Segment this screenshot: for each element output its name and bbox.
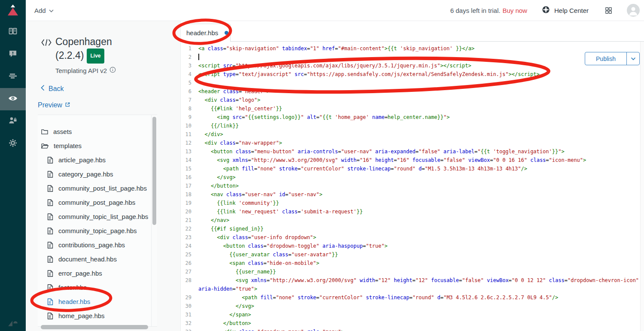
code-line[interactable]: 3<script src="https://ajax.googleapis.co… (181, 61, 640, 70)
tree-file-community_post_list_page-hbs[interactable]: community_post_list_page.hbs (38, 181, 157, 195)
code-line[interactable]: 1<a class="skip-navigation" tabindex="1"… (181, 44, 640, 53)
code-line[interactable]: 18 <nav class="user-nav" id="user-nav"> (181, 190, 640, 199)
code-line[interactable]: 23 <div class="user-info dropdown"> (181, 233, 640, 242)
line-number: 25 (181, 250, 191, 259)
line-content: {{link 'new_request' class='submit-a-req… (191, 207, 363, 216)
tree-folder-templates[interactable]: templates (38, 139, 157, 153)
code-line[interactable]: 29 <path fill="none" stroke="currentColo… (181, 293, 640, 302)
line-number: 2 (181, 53, 191, 61)
file-label: footer.hbs (58, 284, 87, 291)
feedback-bubble-icon (8, 49, 18, 61)
unsaved-changes-dot (225, 31, 228, 35)
chevron-left-icon (41, 85, 45, 93)
add-menu-label: Add (34, 7, 46, 14)
file-label: category_page.hbs (58, 170, 113, 178)
line-content: <nav class="user-nav" id="user-nav"> (191, 190, 322, 199)
code-line[interactable]: 8 {{#link 'help_center'}} (181, 104, 640, 113)
app-grid-icon[interactable] (605, 6, 613, 15)
code-line[interactable]: 32 </button> (181, 319, 640, 328)
tree-file-community_topic_list_page-hbs[interactable]: community_topic_list_page.hbs (38, 210, 157, 224)
publish-button[interactable]: Publish (585, 52, 627, 65)
tab-header-hbs[interactable]: header.hbs (181, 24, 231, 42)
code-line[interactable]: 7 <div class="logo"> (181, 96, 640, 104)
line-number: 3 (181, 61, 191, 70)
preview-link[interactable]: Preview (38, 101, 70, 109)
code-line[interactable]: 20 {{link 'new_request' class='submit-a-… (181, 207, 640, 216)
code-line[interactable]: 6<header class="header"> (181, 87, 640, 96)
code-line[interactable]: 27 {{user_name}} (181, 267, 640, 276)
code-line[interactable]: 21 </nav> (181, 216, 640, 225)
file-label: contributions_page.hbs (58, 241, 125, 249)
code-line[interactable]: 11 </div> (181, 130, 640, 139)
zendesk-theme-editor: Add 6 days left in trial. Buy now Help C… (0, 0, 644, 331)
line-number: 14 (181, 156, 191, 164)
tree-file-community_topic_page-hbs[interactable]: community_topic_page.hbs (38, 224, 157, 238)
sidebar-item-knowledge[interactable] (0, 21, 26, 43)
user-avatar[interactable] (627, 4, 640, 17)
file-tree-scrollbar-thumb[interactable] (152, 117, 156, 225)
publish-options-chevron-icon[interactable] (627, 52, 639, 65)
document-icon (47, 313, 53, 319)
tree-file-home_page-hbs[interactable]: home_page.hbs (38, 309, 157, 323)
line-number: 33 (181, 328, 191, 331)
tree-file-header-hbs[interactable]: header.hbs (38, 295, 157, 309)
code-line[interactable]: 4<script type="text/javascript" src="htt… (181, 70, 640, 79)
folder-icon (41, 129, 48, 135)
tree-file-community_post_page-hbs[interactable]: community_post_page.hbs (38, 195, 157, 210)
line-number: 5 (181, 79, 191, 87)
add-menu-button[interactable]: Add (34, 6, 54, 14)
line-number: 21 (181, 216, 191, 225)
sidebar-item-customize-design[interactable] (0, 88, 26, 110)
code-line[interactable]: 10 {{/link}} (181, 121, 640, 130)
guide-logo[interactable] (0, 0, 26, 21)
code-line[interactable]: 28 <svg xmlns="http://www.w3.org/2000/sv… (181, 276, 640, 285)
sidebar-item-user-permissions[interactable] (0, 110, 26, 133)
sidebar-item-moderation[interactable] (0, 43, 26, 66)
line-content: </button> (191, 319, 251, 328)
code-line[interactable]: 15 <path fill="none" stroke="currentColo… (181, 164, 640, 173)
code-line[interactable]: 26 <span class="hide-on-mobile"> (181, 259, 640, 267)
code-line[interactable]: 24 <button class="dropdown-toggle" aria-… (181, 242, 640, 250)
file-tree-scrollbar-track[interactable] (151, 115, 157, 326)
tree-file-footer-hbs[interactable]: footer.hbs (38, 280, 157, 295)
top-toolbar: Add 6 days left in trial. Buy now Help C… (26, 0, 644, 21)
code-line[interactable]: 17 </button> (181, 182, 640, 190)
code-line[interactable]: 30 </svg> (181, 302, 640, 310)
code-line[interactable]: 9 <img src="{{settings.logo}}" alt="{{t … (181, 113, 640, 121)
line-content: <path fill="none" stroke="currentColor" … (191, 164, 527, 173)
code-line[interactable]: 14 <svg xmlns="http://www.w3.org/2000/sv… (181, 156, 640, 164)
info-icon[interactable] (109, 67, 116, 74)
code-line[interactable]: 25 {{user_avatar class="user-avatar"}} (181, 250, 640, 259)
help-center-switcher[interactable]: Help Center (541, 5, 589, 16)
file-label: community_topic_list_page.hbs (58, 213, 148, 220)
code-line[interactable]: 19 {{link 'community'}} (181, 199, 640, 207)
code-line[interactable]: 22 {{#if signed_in}} (181, 225, 640, 233)
file-label: community_post_list_page.hbs (58, 185, 147, 192)
line-number: 4 (181, 70, 191, 79)
buy-now-link[interactable]: Buy now (502, 7, 527, 14)
code-line[interactable]: 31 </span> (181, 310, 640, 319)
code-line[interactable]: 33 <div class="dropdown-menu" role="menu… (181, 328, 640, 331)
sidebar-item-arrange-content[interactable] (0, 66, 26, 88)
code-line[interactable]: aria-hidden="true"> (181, 285, 640, 293)
file-tree-horizontal-scrollbar[interactable] (41, 325, 148, 329)
gear-icon (8, 138, 18, 150)
sidebar-item-settings[interactable] (0, 133, 26, 155)
tree-file-contributions_page-hbs[interactable]: contributions_page.hbs (38, 238, 157, 252)
tree-folder-assets[interactable]: assets (38, 125, 157, 139)
tab-label: header.hbs (186, 29, 218, 36)
code-line[interactable]: 16 </svg> (181, 173, 640, 182)
document-icon (47, 228, 53, 234)
code-line[interactable]: 13 <button class="menu-button" aria-cont… (181, 147, 640, 156)
editor-scrollbar-track[interactable] (640, 42, 644, 331)
back-button[interactable]: Back (41, 85, 64, 93)
code-line[interactable]: 5 (181, 79, 640, 87)
line-number: 27 (181, 267, 191, 276)
tree-file-error_page-hbs[interactable]: error_page.hbs (38, 266, 157, 280)
tree-file-category_page-hbs[interactable]: category_page.hbs (38, 167, 157, 181)
code-lines[interactable]: 1<a class="skip-navigation" tabindex="1"… (181, 44, 640, 331)
code-line[interactable]: 12 <div class="nav-wrapper"> (181, 139, 640, 147)
tree-file-document_head-hbs[interactable]: document_head.hbs (38, 252, 157, 266)
code-line[interactable]: 2 (181, 53, 640, 61)
tree-file-article_page-hbs[interactable]: article_page.hbs (38, 153, 157, 167)
